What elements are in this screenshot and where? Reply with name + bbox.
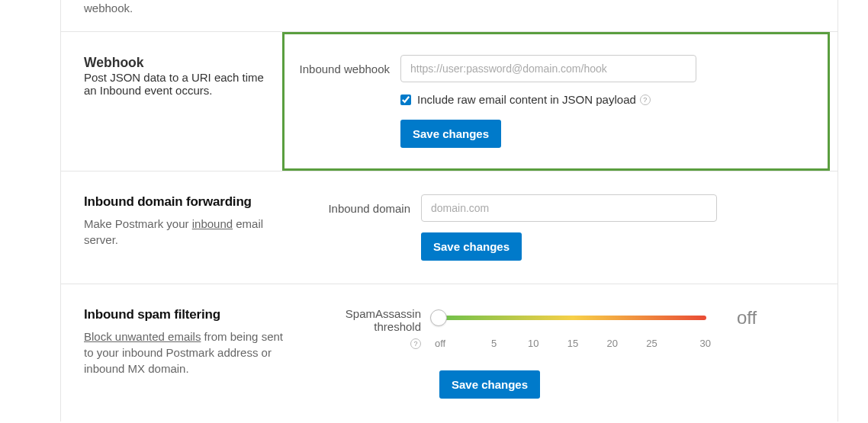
spam-threshold-value: off	[737, 307, 757, 328]
spam-filtering-description: Block unwanted emails from being sent to…	[84, 328, 290, 377]
save-changes-button[interactable]: Save changes	[439, 370, 540, 399]
inbound-link-2[interactable]: inbound	[192, 217, 233, 230]
spam-filtering-title: Inbound spam filtering	[84, 307, 290, 322]
domain-forwarding-description: Make Postmark your inbound email server.	[84, 216, 290, 248]
inbound-domain-input[interactable]	[421, 194, 717, 222]
block-unwanted-emails-link[interactable]: Block unwanted emails	[84, 330, 201, 343]
spam-threshold-slider[interactable]	[439, 316, 706, 320]
spamassassin-threshold-label: SpamAssassin threshold	[305, 307, 421, 333]
inbound-webhook-label: Inbound webhook	[285, 62, 400, 75]
slider-thumb[interactable]	[430, 309, 447, 326]
help-icon[interactable]: ?	[640, 95, 651, 105]
inbound-webhook-input[interactable]	[400, 55, 696, 82]
inbound-domain-label: Inbound domain	[305, 202, 421, 215]
slider-ticks: off 5 10 15 20 25 30	[435, 338, 711, 349]
help-icon[interactable]: ?	[410, 338, 421, 349]
include-raw-email-label: Include raw email content in JSON payloa…	[417, 93, 636, 106]
domain-forwarding-title: Inbound domain forwarding	[84, 194, 290, 210]
include-raw-email-checkbox[interactable]	[400, 95, 411, 105]
webhook-description: Post JSON data to a URI each time an Inb…	[84, 71, 267, 97]
save-changes-button[interactable]: Save changes	[421, 232, 522, 261]
webhook-title: Webhook	[84, 55, 267, 71]
webhook-highlight-box: Inbound webhook Include raw email conten…	[282, 32, 830, 171]
previous-section-remnant: webhook.	[84, 0, 290, 16]
save-changes-button[interactable]: Save changes	[400, 120, 501, 148]
inbound-link[interactable]: Inbound	[100, 84, 141, 97]
